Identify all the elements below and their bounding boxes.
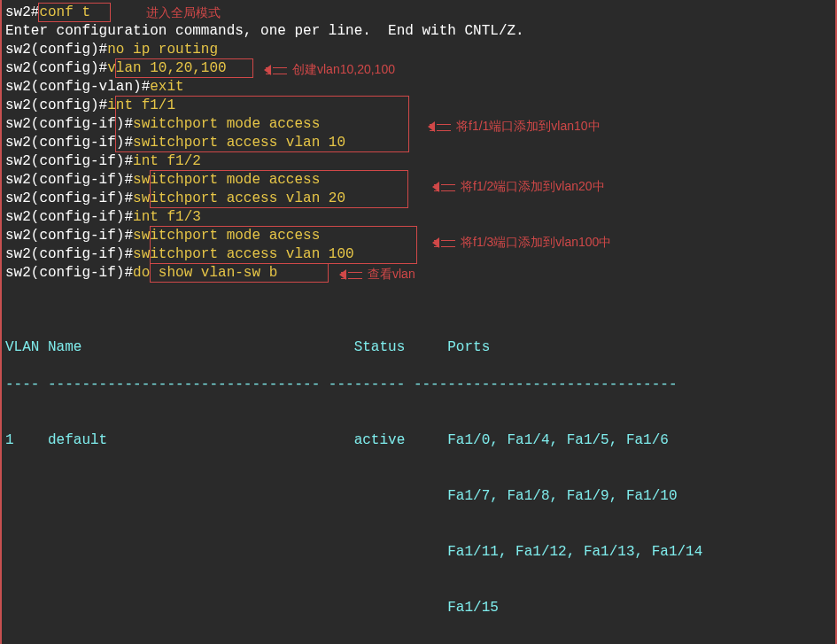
- table-row: Fa1/15: [5, 580, 832, 617]
- table-row: 1defaultactiveFa1/0, Fa1/4, Fa1/5, Fa1/6: [5, 413, 832, 450]
- col-status: Status: [354, 338, 448, 357]
- anno-v20: 将f1/2端口添加到vlan20中: [427, 177, 605, 196]
- prompt: sw2(config-if)#: [5, 228, 133, 244]
- cmd-sw-access-v100: switchport access vlan 100: [133, 246, 354, 262]
- col-ports: Ports: [447, 338, 787, 357]
- arrow-left-icon: [259, 66, 287, 74]
- cmd-sw-mode-access: switchport mode access: [133, 116, 320, 132]
- cmd-no-ip-routing: no ip routing: [107, 42, 218, 58]
- prompt: sw2(config-if)#: [5, 153, 133, 169]
- anno-v10: 将f1/1端口添加到vlan10中: [422, 117, 601, 136]
- prompt: sw2(config)#: [5, 60, 107, 76]
- table-sep: ---- -------------------------------- --…: [5, 376, 832, 394]
- cli-line: Enter configuration commands, one per li…: [5, 23, 524, 39]
- anno-show: 查看vlan: [334, 265, 415, 283]
- arrow-left-icon: [334, 270, 362, 279]
- cmd-sw-access-v10: switchport access vlan 10: [133, 135, 345, 151]
- cmd-int-f12: int f1/2: [133, 153, 201, 169]
- cmd-sw-mode-access: switchport mode access: [133, 228, 320, 244]
- arrow-left-icon: [427, 238, 455, 247]
- prompt: sw2(config-if)#: [5, 190, 133, 206]
- terminal-top: sw2#conf t Enter configuration commands,…: [0, 0, 837, 644]
- cli-output: sw2#conf t Enter configuration commands,…: [5, 4, 832, 283]
- cmd-sw-mode-access: switchport mode access: [133, 172, 320, 188]
- prompt: sw2(config-vlan)#: [5, 79, 150, 95]
- prompt: sw2(config-if)#: [5, 209, 133, 225]
- cmd-int-f13: int f1/3: [133, 209, 201, 225]
- cmd-exit: exit: [150, 79, 183, 95]
- arrow-left-icon: [422, 122, 451, 131]
- prompt: sw2(config)#: [5, 97, 107, 113]
- cmd-sw-access-v20: switchport access vlan 20: [133, 190, 345, 206]
- prompt: sw2(config-if)#: [5, 116, 133, 132]
- col-vlan: VLAN: [5, 338, 48, 357]
- anno-vlan: 创建vlan10,20,100: [259, 60, 395, 79]
- anno-v100: 将f1/3端口添加到vlan100中: [427, 233, 611, 252]
- cmd-vlan: vlan 10,20,100: [107, 60, 226, 76]
- table-row: Fa1/7, Fa1/8, Fa1/9, Fa1/10: [5, 469, 832, 506]
- table-row: 10VLAN0010activeFa1/1: [5, 636, 832, 644]
- arrow-left-icon: [427, 182, 455, 191]
- prompt: sw2#: [5, 4, 39, 20]
- vlan-table: VLANNameStatusPorts ---- ---------------…: [5, 301, 832, 644]
- table-row: Fa1/11, Fa1/12, Fa1/13, Fa1/14: [5, 524, 832, 562]
- cmd-do-show: do show vlan-sw b: [133, 265, 277, 281]
- col-name: Name: [48, 338, 354, 357]
- prompt: sw2(config-if)#: [5, 135, 133, 151]
- prompt: sw2(config-if)#: [5, 172, 133, 188]
- cmd-conf-t: conf t: [39, 4, 90, 20]
- prompt: sw2(config)#: [5, 42, 107, 58]
- cmd-int-f11: int f1/1: [107, 97, 175, 113]
- prompt: sw2(config-if)#: [5, 265, 133, 281]
- prompt: sw2(config-if)#: [5, 246, 133, 262]
- anno-global: 进入全局模式: [146, 4, 221, 22]
